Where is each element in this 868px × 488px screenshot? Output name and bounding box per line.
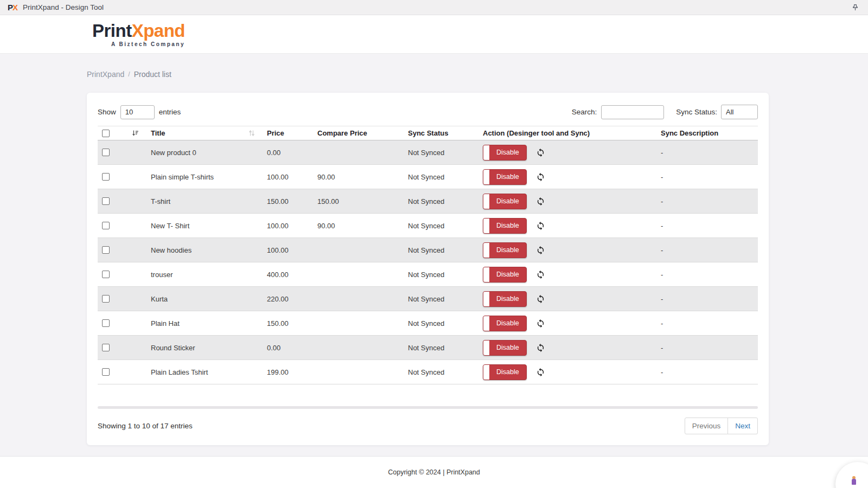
- window-title: PrintXpand - Design Tool: [23, 3, 104, 11]
- table-header-row: Title Price Compare Price Sync Status Ac…: [98, 126, 758, 140]
- toggle-knob: [483, 267, 489, 282]
- sync-icon[interactable]: [535, 367, 546, 378]
- toggle-knob: [483, 316, 489, 331]
- row-checkbox[interactable]: [102, 271, 110, 278]
- sync-status-filter-label: Sync Status:: [676, 108, 717, 116]
- table-row: Round Sticker 0.00 Not Synced Disable -: [98, 336, 758, 360]
- row-checkbox[interactable]: [102, 368, 110, 376]
- column-header-action[interactable]: Action (Desinger tool and Sync): [477, 129, 655, 137]
- pagination: Previous Next: [685, 418, 758, 434]
- disable-button[interactable]: Disable: [483, 316, 527, 331]
- row-checkbox[interactable]: [102, 344, 110, 351]
- row-checkbox[interactable]: [102, 197, 110, 205]
- breadcrumb-current-page: Product list: [134, 70, 171, 79]
- disable-button[interactable]: Disable: [483, 145, 527, 160]
- sync-description: -: [655, 197, 758, 206]
- sync-description: -: [655, 295, 758, 303]
- disable-button[interactable]: Disable: [483, 194, 527, 209]
- column-header-sync-description[interactable]: Sync Description: [655, 129, 758, 137]
- product-sync-status: Not Synced: [403, 344, 477, 352]
- sync-icon[interactable]: [535, 269, 546, 280]
- sync-description: -: [655, 149, 758, 157]
- entries-count-input[interactable]: [120, 105, 155, 119]
- page-footer: Copyright © 2024 | PrintXpand: [0, 456, 868, 488]
- show-label: Show: [98, 108, 116, 116]
- disable-button[interactable]: Disable: [483, 218, 527, 234]
- sync-icon[interactable]: [535, 245, 546, 256]
- sync-icon[interactable]: [535, 220, 546, 232]
- column-header-sync-status[interactable]: Sync Status: [403, 129, 477, 137]
- breadcrumb-home-link[interactable]: PrintXpand: [87, 70, 124, 79]
- row-checkbox[interactable]: [102, 222, 110, 229]
- pin-icon[interactable]: [850, 2, 860, 12]
- copyright-text: Copyright © 2024 | PrintXpand: [388, 468, 480, 476]
- main-content: PrintXpand / Product list Show entries S…: [0, 54, 868, 456]
- row-checkbox[interactable]: [102, 173, 110, 181]
- column-header-price[interactable]: Price: [261, 129, 312, 137]
- sort-descending-icon[interactable]: [132, 130, 139, 137]
- product-sync-status: Not Synced: [403, 271, 477, 279]
- row-checkbox[interactable]: [102, 246, 110, 254]
- row-checkbox[interactable]: [102, 149, 110, 156]
- sync-icon[interactable]: [535, 196, 546, 207]
- disable-button[interactable]: Disable: [483, 291, 527, 307]
- next-page-button[interactable]: Next: [727, 418, 758, 434]
- sync-description: -: [655, 222, 758, 230]
- product-compare-price: [312, 149, 403, 156]
- entries-summary: Showing 1 to 10 of 17 entries: [98, 422, 193, 430]
- column-header-title[interactable]: Title: [151, 129, 165, 137]
- table-row: Kurta 220.00 Not Synced Disable -: [98, 287, 758, 311]
- previous-page-button[interactable]: Previous: [685, 418, 729, 434]
- product-compare-price: 90.00: [312, 173, 403, 181]
- product-price: 0.00: [261, 344, 312, 352]
- table-row: Plain Ladies Tshirt 199.00 Not Synced Di…: [98, 360, 758, 384]
- sync-icon[interactable]: [535, 318, 546, 329]
- row-checkbox[interactable]: [102, 319, 110, 327]
- disable-button[interactable]: Disable: [483, 340, 527, 356]
- column-header-compare-price[interactable]: Compare Price: [312, 129, 403, 137]
- product-compare-price: 150.00: [312, 197, 403, 206]
- table-row: T-shirt 150.00 150.00 Not Synced Disable…: [98, 189, 758, 214]
- product-sync-status: Not Synced: [403, 368, 477, 376]
- chat-widget-icon: [851, 476, 857, 485]
- table-row: New hoodies 100.00 Not Synced Disable -: [98, 238, 758, 262]
- product-price: 199.00: [261, 368, 312, 376]
- sync-description: -: [655, 271, 758, 279]
- header: PrintXpand A Biztech Company: [0, 15, 868, 54]
- sync-icon[interactable]: [535, 293, 546, 305]
- disable-button[interactable]: Disable: [483, 242, 527, 258]
- sync-icon[interactable]: [535, 147, 546, 158]
- product-sync-status: Not Synced: [403, 149, 477, 157]
- product-price: 150.00: [261, 197, 312, 206]
- system-titlebar: PX PrintXpand - Design Tool: [0, 0, 868, 15]
- product-sync-status: Not Synced: [403, 222, 477, 230]
- breadcrumb-separator: /: [128, 70, 130, 78]
- search-input[interactable]: [601, 105, 664, 119]
- row-checkbox[interactable]: [102, 295, 110, 303]
- product-price: 400.00: [261, 271, 312, 279]
- sync-icon[interactable]: [535, 342, 546, 354]
- horizontal-scrollbar[interactable]: [98, 406, 758, 409]
- printxpand-logo[interactable]: PrintXpand A Biztech Company: [92, 22, 185, 47]
- select-all-checkbox[interactable]: [102, 130, 110, 137]
- toggle-knob: [483, 365, 489, 380]
- brand-tagline: A Biztech Company: [92, 41, 185, 47]
- product-list-card: Show entries Search: Sync Status: All: [87, 93, 769, 445]
- breadcrumb: PrintXpand / Product list: [87, 70, 868, 79]
- product-title: Plain Hat: [145, 319, 261, 328]
- disable-button[interactable]: Disable: [483, 169, 527, 185]
- table-row: Plain Hat 150.00 Not Synced Disable -: [98, 311, 758, 336]
- disable-button[interactable]: Disable: [483, 364, 527, 380]
- product-sync-status: Not Synced: [403, 197, 477, 206]
- toggle-knob: [483, 145, 489, 160]
- table-row: New product 0 0.00 Not Synced Disable -: [98, 140, 758, 165]
- sort-both-icon[interactable]: [248, 130, 255, 137]
- sync-icon[interactable]: [535, 171, 546, 183]
- sync-description: -: [655, 319, 758, 328]
- toggle-knob: [483, 194, 489, 209]
- sync-status-select[interactable]: All: [721, 105, 758, 119]
- search-label: Search:: [572, 108, 597, 116]
- disable-button[interactable]: Disable: [483, 267, 527, 282]
- table-footer: Showing 1 to 10 of 17 entries Previous N…: [98, 418, 758, 434]
- product-compare-price: [312, 296, 403, 303]
